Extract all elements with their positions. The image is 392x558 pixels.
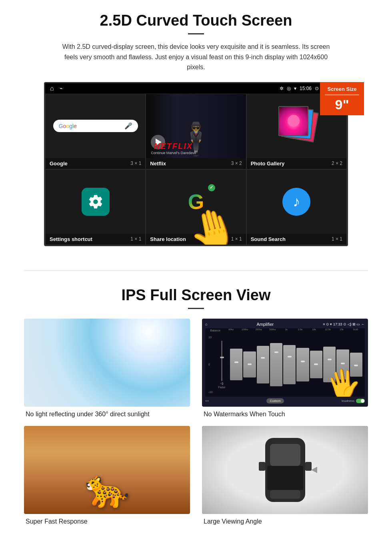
- google-search-bar[interactable]: Google 🎤: [53, 120, 138, 132]
- eq-bars: [230, 336, 362, 393]
- bluetooth-icon: ✲: [280, 86, 284, 91]
- netflix-label: Netflix 3 × 2: [146, 158, 246, 169]
- loudness-label: loudness: [342, 399, 354, 403]
- netflix-name: Netflix: [150, 161, 166, 167]
- google-size: 3 × 1: [130, 161, 141, 166]
- amp-home-icon: ⌂: [205, 322, 207, 326]
- feature-viewing: Large Viewing Angle: [202, 426, 368, 525]
- amp-header: ⌂ Amplifier ≡ ⊙ ▾ 17:33 ⊙ ◁) ⊠ ▭ ←: [205, 322, 365, 327]
- google-logo: Google: [59, 123, 77, 129]
- eq-handle-3: [261, 357, 265, 359]
- eq-handle-5: [288, 356, 292, 357]
- eq-bar-10: [350, 353, 362, 377]
- usb-icon: ⌁: [60, 85, 63, 91]
- google-label: Google 3 × 1: [46, 158, 145, 169]
- eq-bar-3: [257, 346, 269, 383]
- watermarks-caption: No Watermarks When Touch: [202, 411, 368, 418]
- camera-icon: ⊙: [315, 86, 319, 91]
- feature-watermarks: ⌂ Amplifier ≡ ⊙ ▾ 17:33 ⊙ ◁) ⊠ ▭ ← Balan…: [202, 319, 368, 418]
- eq-handle-8: [328, 359, 332, 360]
- badge-title-text: Screen Size: [325, 86, 359, 95]
- share-name: Share location: [150, 236, 186, 242]
- amp-left-labels: 10 0 -10: [208, 334, 213, 395]
- amp-title: Amplifier: [256, 322, 274, 327]
- app-cell-google: Google 🎤 Google 3 × 1: [45, 94, 146, 169]
- gallery-name: Photo Gallery: [251, 161, 285, 167]
- fast-caption: Super Fast Response: [24, 518, 190, 525]
- cheetah-image: 🐆: [24, 426, 190, 514]
- settings-label: Settings shortcut 1 × 1: [46, 234, 145, 245]
- eq-bar-1: [230, 349, 242, 380]
- loudness-toggle: loudness: [342, 399, 365, 403]
- sunlight-bg: [24, 319, 190, 407]
- svg-rect-1: [270, 444, 300, 466]
- netflix-logo: NETFLIX: [151, 142, 196, 151]
- eq-handle-10: [354, 365, 358, 366]
- eq-handle-9: [341, 363, 345, 364]
- feature-fast: 🐆 Super Fast Response: [24, 426, 190, 525]
- device-mockup: Screen Size 9" ⌂ ⌁ ✲ ◎ ▾ 15:06 ⊙ ◁) ⊠: [32, 82, 360, 246]
- section-divider: [24, 270, 368, 271]
- curved-title: 2.5D Curved Touch Screen: [24, 12, 368, 29]
- feature-grid: No light reflecting under 360° direct su…: [24, 319, 368, 525]
- app-cell-settings: Settings shortcut 1 × 1: [45, 169, 146, 245]
- balance-slider: [221, 341, 222, 381]
- amp-sliders: ◁) Fader: [214, 334, 362, 395]
- app-cell-sound: ♪ Sound Search 1 × 1: [246, 169, 347, 245]
- home-icon: ⌂: [50, 85, 54, 92]
- badge-size-text: 9": [325, 98, 359, 111]
- share-thumbnail: G ✓ 🤚: [146, 170, 246, 234]
- svg-rect-5: [305, 462, 312, 471]
- eq-bar-9: [336, 349, 349, 379]
- gallery-size: 2 × 2: [332, 161, 342, 166]
- car-image: [202, 426, 368, 514]
- eq-bar-7: [310, 351, 322, 378]
- flower-center: [288, 115, 300, 127]
- viewing-caption: Large Viewing Angle: [202, 518, 368, 525]
- settings-size: 1 × 1: [130, 236, 141, 242]
- amp-prev-icon: <<: [205, 399, 209, 403]
- sound-thumbnail: ♪: [247, 170, 346, 234]
- mic-icon: 🎤: [124, 122, 132, 130]
- music-note-icon: ♪: [293, 193, 300, 210]
- netflix-thumbnail: 🕴 NETFLIX Continue Marvel's Daredevil: [146, 94, 246, 158]
- wifi-icon: ▾: [294, 86, 296, 91]
- eq-bar-2: [243, 351, 256, 377]
- status-time: 15:06: [300, 86, 312, 91]
- status-bar: ⌂ ⌁ ✲ ◎ ▾ 15:06 ⊙ ◁) ⊠ ▭: [45, 83, 347, 94]
- curved-description: With 2.5D curved-display screen, this de…: [56, 42, 336, 72]
- amp-freq-labels: 60hz 100hz 200hz 500hz 1k 2.5k 10k 12.5k…: [224, 328, 362, 333]
- amp-eq-labels: Balance 60hz 100hz 200hz 500hz 1k 2.5k 1…: [205, 328, 365, 333]
- app-cell-netflix: 🕴 NETFLIX Continue Marvel's Daredevil: [146, 94, 246, 169]
- balance-handle: [220, 357, 224, 358]
- toggle-track[interactable]: [356, 399, 365, 403]
- sound-icon-wrap: ♪: [282, 188, 310, 216]
- section-ips: IPS Full Screen View No light reflecting…: [0, 287, 392, 541]
- netflix-info: NETFLIX Continue Marvel's Daredevil: [151, 142, 196, 155]
- screen-size-badge: Screen Size 9": [320, 82, 364, 115]
- sound-size: 1 × 1: [332, 236, 342, 242]
- amp-balance-label: Balance: [208, 328, 223, 333]
- svg-rect-2: [267, 466, 303, 490]
- cheetah-bg: 🐆: [24, 426, 190, 514]
- eq-handle-4: [274, 351, 278, 353]
- settings-icon-wrap: [82, 188, 110, 216]
- sound-label: Sound Search 1 × 1: [247, 234, 346, 245]
- ips-title-underline: [188, 308, 204, 309]
- location-icon: ◎: [287, 86, 291, 91]
- android-screen: ⌂ ⌁ ✲ ◎ ▾ 15:06 ⊙ ◁) ⊠ ▭: [44, 82, 348, 246]
- balance-icon: ◁): [220, 382, 223, 385]
- settings-name: Settings shortcut: [50, 236, 92, 242]
- netflix-subtitle: Continue Marvel's Daredevil: [151, 151, 196, 155]
- eq-bar-4: [270, 343, 282, 386]
- svg-rect-3: [270, 490, 300, 499]
- amp-icons: ≡ ⊙ ▾ 17:33 ⊙ ◁) ⊠ ▭ ←: [323, 322, 365, 326]
- google-name: Google: [50, 161, 68, 167]
- custom-btn[interactable]: Custom: [266, 398, 284, 403]
- maps-checkmark: ✓: [208, 184, 215, 191]
- photo-card-3: [278, 106, 308, 136]
- photo-stack: [276, 106, 316, 146]
- amp-slider-group: ◁) Fader: [214, 336, 229, 393]
- settings-thumbnail: [46, 170, 145, 234]
- flower-image: [279, 107, 308, 135]
